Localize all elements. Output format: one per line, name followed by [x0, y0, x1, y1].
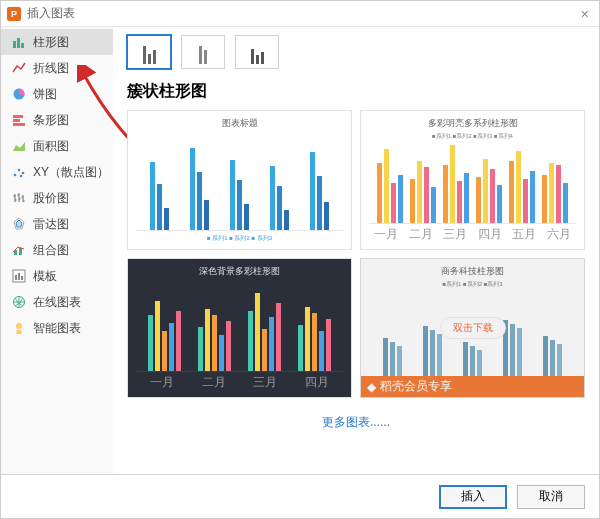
sidebar-item-11[interactable]: 智能图表	[1, 315, 113, 341]
scatter-chart-icon	[11, 164, 27, 180]
chart-card-bars	[369, 143, 576, 224]
sidebar-item-label: 股价图	[33, 190, 69, 207]
radar-chart-icon	[11, 216, 27, 232]
chart-card-axis: 一月二月三月四月	[136, 374, 343, 391]
style-thumb-2[interactable]	[235, 35, 279, 69]
svg-point-7	[14, 174, 17, 177]
smart-chart-icon	[11, 320, 27, 336]
chart-card-legend-bottom: ■ 系列1 ■ 系列2 ■ 系列3	[136, 234, 343, 243]
download-badge[interactable]: 双击下载	[440, 317, 506, 339]
online-chart-icon	[11, 294, 27, 310]
sidebar-item-0[interactable]: 柱形图	[1, 29, 113, 55]
chart-card-bars	[136, 132, 343, 231]
more-charts-link[interactable]: 更多图表......	[127, 414, 585, 431]
close-icon[interactable]: ×	[577, 6, 593, 22]
svg-rect-1	[17, 38, 20, 48]
svg-point-20	[16, 323, 22, 329]
sidebar: 柱形图折线图饼图条形图面积图XY（散点图）股价图雷达图组合图模板在线图表智能图表	[1, 27, 113, 474]
chart-card-legend-top: ■系列1 ■系列2 ■系列3	[369, 280, 576, 289]
hbar-chart-icon	[11, 112, 27, 128]
svg-point-8	[18, 169, 21, 172]
chart-card-title: 深色背景多彩柱形图	[136, 265, 343, 278]
sidebar-item-8[interactable]: 组合图	[1, 237, 113, 263]
cancel-button[interactable]: 取消	[517, 485, 585, 509]
section-title: 簇状柱形图	[127, 81, 585, 102]
chart-card-title: 商务科技柱形图	[369, 265, 576, 278]
sidebar-item-1[interactable]: 折线图	[1, 55, 113, 81]
chart-card-title: 多彩明亮多系列柱形图	[369, 117, 576, 130]
vip-bar: ◆稻壳会员专享	[361, 376, 584, 397]
sidebar-item-label: 智能图表	[33, 320, 81, 337]
line-chart-icon	[11, 60, 27, 76]
window-title: 插入图表	[27, 5, 577, 22]
app-logo: P	[7, 7, 21, 21]
svg-marker-12	[16, 220, 22, 227]
sidebar-item-label: 在线图表	[33, 294, 81, 311]
main-area: 柱形图折线图饼图条形图面积图XY（散点图）股价图雷达图组合图模板在线图表智能图表…	[1, 27, 599, 474]
svg-rect-17	[18, 273, 20, 280]
svg-rect-5	[13, 119, 20, 122]
footer: 插入 取消	[1, 474, 599, 518]
svg-rect-14	[19, 248, 22, 255]
svg-rect-2	[21, 43, 24, 48]
sidebar-item-label: 饼图	[33, 86, 57, 103]
svg-point-10	[20, 175, 23, 178]
chart-card-0[interactable]: 图表标题■ 系列1 ■ 系列2 ■ 系列3	[127, 110, 352, 250]
insert-button[interactable]: 插入	[439, 485, 507, 509]
svg-rect-4	[13, 115, 23, 118]
svg-rect-18	[21, 276, 23, 280]
sidebar-item-10[interactable]: 在线图表	[1, 289, 113, 315]
sidebar-item-label: 条形图	[33, 112, 69, 129]
content-area: 簇状柱形图 图表标题■ 系列1 ■ 系列2 ■ 系列3多彩明亮多系列柱形图■系列…	[113, 27, 599, 474]
sidebar-item-2[interactable]: 饼图	[1, 81, 113, 107]
chart-card-grid: 图表标题■ 系列1 ■ 系列2 ■ 系列3多彩明亮多系列柱形图■系列1 ■系列2…	[127, 110, 585, 398]
chart-card-title: 图表标题	[136, 117, 343, 130]
svg-rect-0	[13, 41, 16, 48]
template-icon	[11, 268, 27, 284]
sidebar-item-label: 柱形图	[33, 34, 69, 51]
sidebar-item-label: 面积图	[33, 138, 69, 155]
diamond-icon: ◆	[367, 380, 376, 394]
chart-card-2[interactable]: 深色背景多彩柱形图一月二月三月四月	[127, 258, 352, 398]
sidebar-item-4[interactable]: 面积图	[1, 133, 113, 159]
sidebar-item-7[interactable]: 雷达图	[1, 211, 113, 237]
chart-card-3[interactable]: 商务科技柱形图■系列1 ■系列2 ■系列3双击下载◆稻壳会员专享	[360, 258, 585, 398]
bar-chart-icon	[11, 34, 27, 50]
sidebar-item-3[interactable]: 条形图	[1, 107, 113, 133]
sidebar-item-label: 雷达图	[33, 216, 69, 233]
chart-card-bars	[136, 280, 343, 372]
pie-chart-icon	[11, 86, 27, 102]
sidebar-item-label: XY（散点图）	[33, 164, 109, 181]
area-chart-icon	[11, 138, 27, 154]
style-thumb-1[interactable]	[181, 35, 225, 69]
svg-point-9	[22, 172, 25, 175]
style-thumb-0[interactable]	[127, 35, 171, 69]
sidebar-item-label: 模板	[33, 268, 57, 285]
style-thumb-row	[127, 35, 585, 69]
sidebar-item-label: 组合图	[33, 242, 69, 259]
combo-chart-icon	[11, 242, 27, 258]
chart-card-1[interactable]: 多彩明亮多系列柱形图■系列1 ■系列2 ■系列3 ■系列4一月二月三月四月五月六…	[360, 110, 585, 250]
sidebar-item-9[interactable]: 模板	[1, 263, 113, 289]
sidebar-item-6[interactable]: 股价图	[1, 185, 113, 211]
stock-chart-icon	[11, 190, 27, 206]
sidebar-item-label: 折线图	[33, 60, 69, 77]
sidebar-item-5[interactable]: XY（散点图）	[1, 159, 113, 185]
svg-rect-16	[15, 275, 17, 280]
titlebar: P 插入图表 ×	[1, 1, 599, 27]
svg-rect-6	[13, 123, 25, 126]
vip-label: 稻壳会员专享	[380, 378, 452, 395]
chart-card-axis: 一月二月三月四月五月六月	[369, 226, 576, 243]
chart-card-legend-top: ■系列1 ■系列2 ■系列3 ■系列4	[369, 132, 576, 141]
